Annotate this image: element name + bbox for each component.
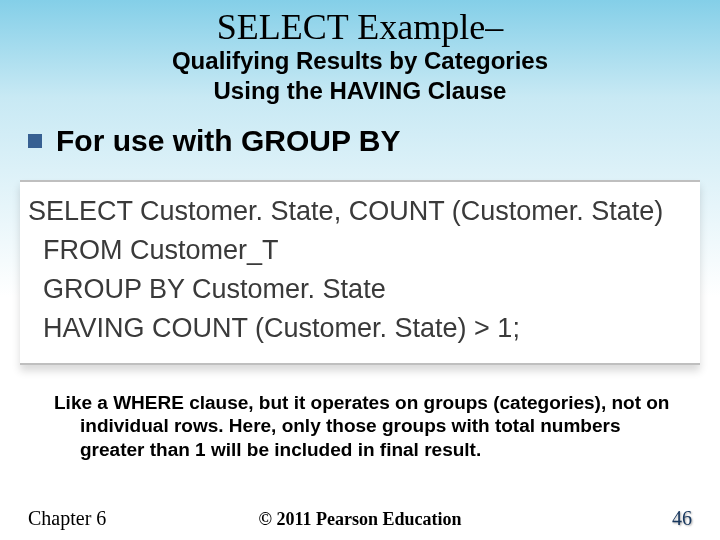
slide-title: SELECT Example– [0, 0, 720, 48]
code-line-2: FROM Customer_T [28, 231, 692, 270]
sql-code-block: SELECT Customer. State, COUNT (Customer.… [20, 180, 700, 365]
explanation-text: Like a WHERE clause, but it operates on … [26, 365, 720, 462]
subtitle-line-1: Qualifying Results by Categories [172, 47, 548, 74]
copyright-label: © 2011 Pearson Education [259, 509, 462, 530]
bullet-text: For use with GROUP BY [56, 124, 401, 158]
chapter-label: Chapter 6 [28, 507, 106, 530]
code-line-1: SELECT Customer. State, COUNT (Customer.… [28, 192, 692, 231]
footer: Chapter 6 © 2011 Pearson Education 46 [0, 507, 720, 530]
code-line-4: HAVING COUNT (Customer. State) > 1; [28, 309, 692, 348]
subtitle-line-2: Using the HAVING Clause [214, 77, 507, 104]
bullet-item: For use with GROUP BY [0, 124, 720, 158]
page-number: 46 [672, 507, 692, 530]
slide: SELECT Example– Qualifying Results by Ca… [0, 0, 720, 540]
code-line-3: GROUP BY Customer. State [28, 270, 692, 309]
bullet-icon [28, 134, 42, 148]
slide-subtitle: Qualifying Results by Categories Using t… [0, 46, 720, 106]
